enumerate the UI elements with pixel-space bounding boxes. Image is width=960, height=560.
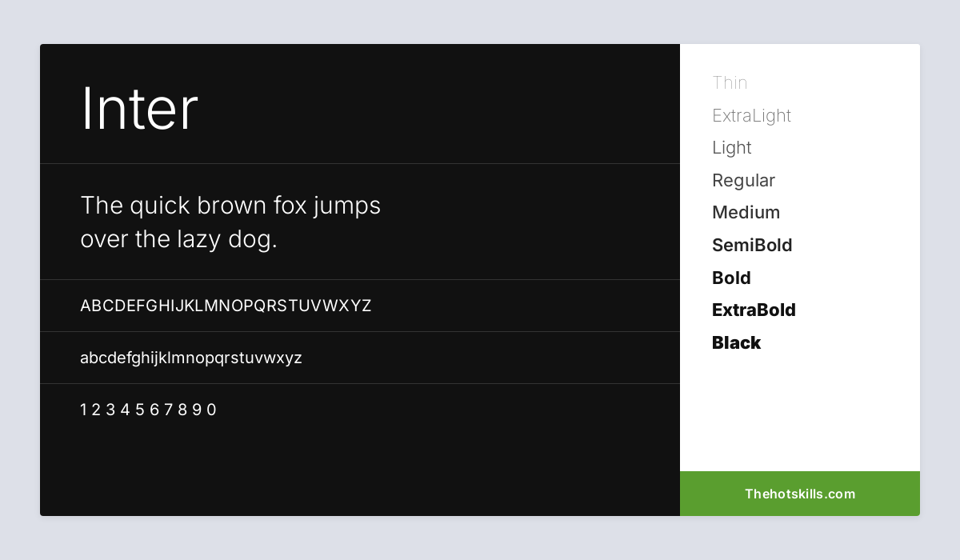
weight-black: Black: [712, 328, 888, 358]
weight-medium: Medium: [712, 198, 888, 227]
weight-light: Light: [712, 133, 888, 162]
footer-banner: Thehotskills.com: [680, 471, 920, 516]
numbers-text: 1 2 3 4 5 6 7 8 9 0: [80, 400, 640, 419]
pangram-text: The quick brown fox jumpsover the lazy d…: [80, 188, 640, 255]
numbers-section: 1 2 3 4 5 6 7 8 9 0: [40, 384, 680, 516]
weight-regular: Regular: [712, 166, 888, 195]
lowercase-text: abcdefghijklmnopqrstuvwxyz: [80, 348, 640, 367]
left-panel: Inter The quick brown fox jumpsover the …: [40, 44, 680, 516]
right-panel: Thin ExtraLight Light Regular Medium Sem…: [680, 44, 920, 516]
footer-text: Thehotskills.com: [745, 486, 855, 502]
weight-thin: Thin: [712, 68, 888, 98]
weights-list: Thin ExtraLight Light Regular Medium Sem…: [680, 44, 920, 471]
weight-extrabold: ExtraBold: [712, 295, 888, 325]
weight-bold: Bold: [712, 263, 888, 293]
font-title: Inter: [80, 76, 640, 139]
font-showcase-card: Inter The quick brown fox jumpsover the …: [40, 44, 920, 516]
weight-extralight: ExtraLight: [712, 101, 888, 130]
lowercase-section: abcdefghijklmnopqrstuvwxyz: [40, 332, 680, 384]
pangram-section: The quick brown fox jumpsover the lazy d…: [40, 164, 680, 280]
weight-semibold: SemiBold: [712, 230, 888, 260]
uppercase-text: ABCDEFGHIJKLMNOPQRSTUVWXYZ: [80, 296, 640, 315]
font-title-section: Inter: [40, 44, 680, 164]
uppercase-section: ABCDEFGHIJKLMNOPQRSTUVWXYZ: [40, 280, 680, 332]
